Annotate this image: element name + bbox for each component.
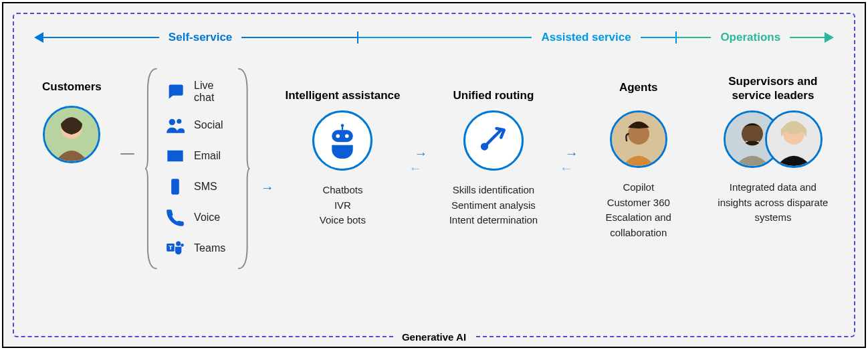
svg-rect-10 [342, 126, 343, 130]
arrow-right-icon [825, 32, 834, 43]
unified-routing-column: Unified routing Skills identification Se… [435, 73, 551, 228]
agents-title: Agents [619, 73, 658, 102]
supervisor-avatar [765, 110, 823, 168]
bidirectional-arrows: → ← [411, 147, 425, 175]
desc-line: Voice bots [320, 213, 366, 228]
channel-email: Email [166, 147, 229, 165]
svg-point-13 [345, 134, 349, 138]
channel-label: Social [194, 119, 223, 131]
category-self-service: Self-service [159, 31, 241, 44]
supervisors-desc: Integrated data and insights across disp… [712, 180, 834, 226]
svg-rect-11 [332, 130, 354, 142]
content-row: Customers [34, 73, 834, 271]
arrow-right-icon: → [414, 147, 427, 160]
channel-label: Email [194, 150, 221, 162]
customer-avatar [43, 106, 100, 163]
routing-circle [463, 110, 524, 171]
channel-teams: T Teams [166, 239, 229, 258]
bot-icon [324, 122, 360, 159]
track-line [790, 37, 825, 38]
supervisors-title: Supervisors and service leaders [712, 73, 834, 102]
teams-icon: T [166, 239, 185, 258]
channel-label: Live chat [194, 80, 229, 104]
customers-title: Customers [42, 80, 102, 94]
bracket-right-icon [237, 66, 250, 271]
desc-line: Integrated data and insights across disp… [712, 180, 834, 226]
svg-point-7 [176, 242, 181, 246]
agents-column: Agents Copilot Customer 360 Escalation a… [586, 73, 691, 240]
channel-sms: SMS [166, 177, 229, 196]
svg-text:T: T [169, 244, 173, 251]
channels-group: Live chat Social Email SMS [145, 66, 250, 271]
generative-ai-container: Self-service Assisted service Operations… [13, 13, 855, 337]
desc-line: Sentiment analysis [449, 198, 538, 213]
desc-line: Customer 360 [586, 195, 691, 211]
desc-line: Escalation and collaboration [586, 210, 691, 240]
bot-circle [312, 110, 372, 171]
channel-label: Teams [194, 242, 225, 254]
category-operations: Operations [711, 31, 790, 44]
arrow-right-icon: → [565, 147, 578, 160]
desc-line: Copilot [586, 180, 691, 195]
sms-icon [166, 177, 185, 196]
generative-ai-label: Generative AI [394, 331, 474, 343]
agents-desc: Copilot Customer 360 Escalation and coll… [586, 180, 691, 240]
svg-point-8 [181, 244, 184, 247]
chat-icon [166, 82, 185, 101]
voice-icon [166, 208, 185, 227]
bidirectional-arrows: → ← [562, 147, 576, 175]
routing-icon [475, 122, 512, 159]
email-icon [166, 147, 185, 165]
supervisor-avatars [724, 110, 823, 168]
desc-line: Chatbots [320, 183, 366, 198]
category-assisted-service: Assisted service [532, 31, 640, 44]
intelligent-title: Intelligent assistance [285, 73, 400, 102]
routing-desc: Skills identification Sentiment analysis… [449, 183, 538, 228]
desc-line: Intent determination [449, 213, 538, 228]
intelligent-desc: Chatbots IVR Voice bots [320, 183, 366, 228]
arrow-left-icon: ← [409, 161, 422, 175]
svg-point-12 [336, 134, 340, 138]
routing-title: Unified routing [453, 73, 534, 102]
connector-line [120, 153, 134, 155]
channel-label: SMS [194, 181, 217, 193]
channel-list: Live chat Social Email SMS [158, 66, 237, 271]
person-icon [767, 112, 821, 166]
outer-frame: Self-service Assisted service Operations… [2, 2, 866, 348]
desc-line: IVR [320, 198, 366, 213]
svg-point-2 [169, 119, 175, 125]
track-line [677, 37, 712, 38]
person-icon [612, 112, 665, 166]
track-line [358, 37, 532, 38]
channel-social: Social [166, 116, 229, 135]
arrow-left-icon [34, 32, 43, 43]
intelligent-assistance-column: Intelligent assistance Chatbots IVR Voic… [285, 73, 401, 228]
bracket-left-icon [145, 66, 158, 271]
arrow-right-icon: → [261, 180, 274, 195]
channel-live-chat: Live chat [166, 80, 229, 104]
arrow-left-icon: ← [560, 161, 573, 175]
person-icon [45, 108, 98, 161]
agent-avatar [610, 110, 667, 168]
track-line [641, 37, 675, 38]
social-icon [166, 116, 185, 135]
svg-rect-4 [171, 179, 179, 194]
category-track: Self-service Assisted service Operations [34, 27, 834, 48]
svg-point-3 [177, 119, 181, 124]
desc-line: Skills identification [449, 183, 538, 198]
supervisors-column: Supervisors and service leaders [712, 73, 834, 226]
channel-voice: Voice [166, 208, 229, 227]
channel-label: Voice [194, 211, 220, 224]
track-line [43, 37, 159, 38]
track-line [241, 37, 357, 38]
customers-column: Customers [34, 80, 110, 163]
